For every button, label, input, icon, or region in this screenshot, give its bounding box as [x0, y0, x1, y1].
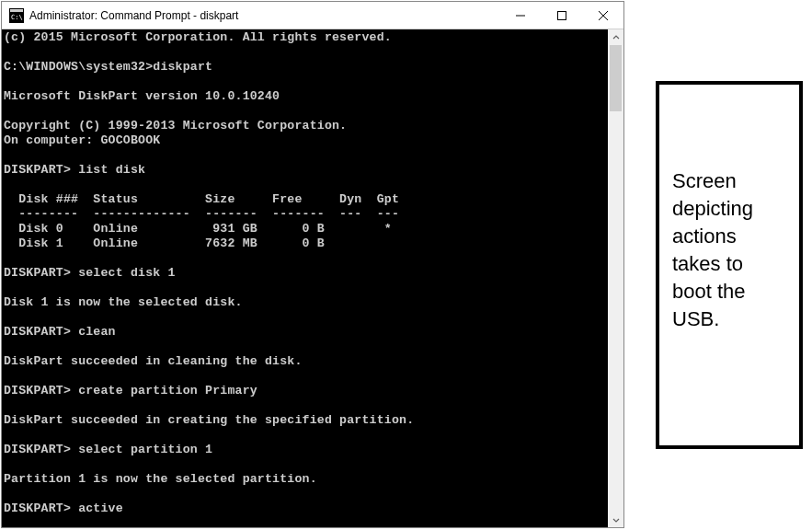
maximize-icon — [557, 11, 566, 20]
scroll-up-button[interactable] — [608, 29, 623, 45]
caption-box: Screen depicting actions takes to boot t… — [656, 81, 803, 449]
cmd-icon: C:\ — [9, 8, 24, 23]
scrollbar-thumb[interactable] — [610, 45, 622, 111]
minimize-icon — [516, 11, 525, 20]
svg-rect-4 — [557, 11, 566, 19]
chevron-up-icon — [612, 34, 620, 41]
window-title: Administrator: Command Prompt - diskpart — [29, 9, 499, 22]
svg-text:C:\: C:\ — [11, 14, 23, 21]
minimize-button[interactable] — [499, 2, 541, 29]
command-prompt-window: C:\ Administrator: Command Prompt - disk… — [1, 1, 624, 528]
terminal-area: (c) 2015 Microsoft Corporation. All righ… — [2, 29, 623, 527]
svg-rect-1 — [10, 9, 23, 12]
close-icon — [599, 11, 608, 20]
window-controls — [499, 2, 623, 29]
maximize-button[interactable] — [541, 2, 582, 29]
chevron-down-icon — [612, 516, 620, 524]
scrollbar-vertical[interactable] — [608, 29, 623, 527]
close-button[interactable] — [582, 2, 623, 29]
scroll-down-button[interactable] — [608, 512, 623, 527]
title-bar[interactable]: C:\ Administrator: Command Prompt - disk… — [2, 2, 623, 29]
caption-text: Screen depicting actions takes to boot t… — [672, 167, 786, 333]
terminal-output[interactable]: (c) 2015 Microsoft Corporation. All righ… — [2, 29, 608, 527]
